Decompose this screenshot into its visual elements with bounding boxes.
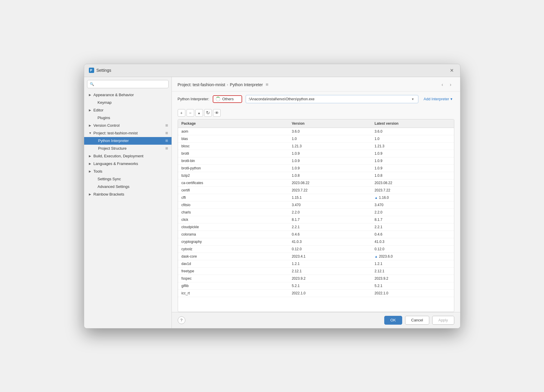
cell-package: click [178,216,288,223]
cell-latest-version: 41.0.3 [371,238,454,245]
table-row[interactable]: cffi1.15.1▲1.16.0 [178,194,454,201]
cell-version: 2023.4.1 [288,253,371,260]
table-row[interactable]: ca-certificates2023.08.222023.08.22 [178,179,454,186]
table-row[interactable]: brotli1.0.91.0.9 [178,150,454,157]
refresh-button[interactable]: ↻ [204,109,212,117]
breadcrumb-project: Project: test-fashion-mnist [178,82,225,87]
table-row[interactable]: icc_rt2022.1.02022.1.0 [178,289,454,297]
cell-version: 2.12.1 [288,267,371,275]
table-row[interactable]: blosc1.21.31.21.3 [178,142,454,150]
remove-package-button[interactable]: − [187,109,194,117]
cell-package: colorama [178,231,288,238]
cell-latest-version: 2.12.1 [371,267,454,275]
add-package-button[interactable]: + [178,109,185,117]
table-row[interactable]: click8.1.78.1.7 [178,216,454,223]
interpreter-path-box[interactable]: :\Anaconda\install\envs\Others\python.ex… [246,95,418,103]
main-panel: Project: test-fashion-mnist › Python Int… [172,77,460,328]
sidebar-item-plugins[interactable]: Plugins [84,114,172,122]
cell-package: brotli-python [178,164,288,172]
sidebar-item-appearance[interactable]: ▶ Appearance & Behavior [84,91,172,99]
sidebar-item-build-execution[interactable]: ▶ Build, Execution, Deployment [84,152,172,160]
cell-package: cloudpickle [178,223,288,231]
cell-version: 1.0 [288,135,371,142]
cell-latest-version: 8.1.7 [371,216,454,223]
show-options-button[interactable]: 👁 [213,109,221,117]
dialog-title: Settings [97,68,112,73]
cancel-button[interactable]: Cancel [405,316,429,325]
cell-package: blas [178,135,288,142]
table-row[interactable]: aom3.6.03.6.0 [178,128,454,135]
sidebar-item-advanced-settings[interactable]: Advanced Settings [84,183,172,191]
table-row[interactable]: cfitsio3.4703.470 [178,201,454,208]
sidebar-item-label: Python Interpreter [98,139,165,143]
arrow-icon: ▶ [89,162,93,165]
table-row[interactable]: cytoolz0.12.00.12.0 [178,245,454,253]
sidebar-item-editor[interactable]: ▶ Editor [84,106,172,114]
arrow-icon: ▶ [89,170,93,173]
cell-latest-version: ▲2023.6.0 [371,253,454,260]
table-row[interactable]: brotli-python1.0.91.0.9 [178,164,454,172]
forward-button[interactable]: › [447,81,454,88]
cell-latest-version: 3.470 [371,201,454,208]
sidebar-item-rainbow-brackets[interactable]: ▶ Rainbow Brackets [84,191,172,198]
table-row[interactable]: colorama0.4.60.4.6 [178,231,454,238]
sidebar-item-version-control[interactable]: ▶ Version Control ⊞ [84,122,172,129]
table-row[interactable]: blas1.01.0 [178,135,454,142]
table-row[interactable]: cryptography41.0.341.0.3 [178,238,454,245]
cell-latest-version: 1.0.9 [371,164,454,172]
path-dropdown-button[interactable]: ▾ [410,96,416,102]
cell-package: bzip2 [178,172,288,179]
interpreter-name: Others [222,97,234,101]
sidebar-item-python-interpreter[interactable]: Python Interpreter ⊞ [84,137,172,145]
page-settings-icon: ⊞ [266,83,268,86]
upgrade-indicator: ▲2023.6.0 [375,254,450,258]
cell-version: 8.1.7 [288,216,371,223]
close-button[interactable]: ✕ [448,67,455,74]
breadcrumb-separator: › [227,83,228,87]
apply-button[interactable]: Apply [432,316,454,325]
badge-icon: ⊞ [165,124,168,127]
sidebar: 🔍 ▶ Appearance & Behavior Keymap ▶ Edito… [84,77,172,328]
table-row[interactable]: brotli-bin1.0.91.0.9 [178,157,454,164]
ok-button[interactable]: OK [384,316,402,325]
sidebar-item-label: Plugins [98,116,168,120]
sidebar-item-tools[interactable]: ▶ Tools [84,168,172,175]
search-box[interactable]: 🔍 [87,80,169,88]
help-button[interactable]: ? [178,316,185,324]
packages-table: Package Version Latest version aom3.6.03… [178,119,454,297]
cell-version: 1.0.9 [288,150,371,157]
table-row[interactable]: bzip21.0.81.0.8 [178,172,454,179]
back-button[interactable]: ‹ [439,81,446,88]
sidebar-item-project[interactable]: ▼ Project: test-fashion-mnist ⊞ [84,129,172,137]
app-icon: P [89,68,94,73]
column-header-package: Package [178,119,288,128]
sidebar-item-label: Languages & Frameworks [94,161,168,166]
svg-text:P: P [90,69,92,72]
cell-latest-version: 1.2.1 [371,260,454,267]
sidebar-item-settings-sync[interactable]: Settings Sync [84,175,172,183]
nav-arrows: ‹ › [439,81,454,88]
add-interpreter-button[interactable]: Add Interpreter ▾ [422,96,454,102]
table-row[interactable]: dav1d1.2.11.2.1 [178,260,454,267]
interpreter-selector[interactable]: Others [213,95,242,103]
search-input[interactable] [96,82,166,86]
sidebar-item-project-structure[interactable]: Project Structure ⊞ [84,145,172,152]
table-row[interactable]: giflib5.2.15.2.1 [178,282,454,289]
table-row[interactable]: dask-core2023.4.1▲2023.6.0 [178,253,454,260]
footer-buttons: OK Cancel Apply [384,316,454,325]
interpreter-row: Python Interpreter: Others :\Anaconda\in… [172,91,460,107]
cell-version: 41.0.3 [288,238,371,245]
cell-version: 2.2.1 [288,223,371,231]
sidebar-item-label: Project: test-fashion-mnist [94,131,165,135]
sidebar-item-keymap[interactable]: Keymap [84,99,172,106]
table-row[interactable]: freetype2.12.12.12.1 [178,267,454,275]
table-row[interactable]: cloudpickle2.2.12.2.1 [178,223,454,231]
table-row[interactable]: fsspec2023.9.22023.9.2 [178,275,454,282]
table-row[interactable]: certifi2023.7.222023.7.22 [178,186,454,194]
table-row[interactable]: charls2.2.02.2.0 [178,208,454,216]
arrow-icon: ▶ [89,109,93,112]
upgrade-package-button[interactable]: ▲ [195,109,203,117]
cell-package: cffi [178,194,288,201]
sidebar-item-languages[interactable]: ▶ Languages & Frameworks [84,160,172,168]
cell-package: cytoolz [178,245,288,253]
